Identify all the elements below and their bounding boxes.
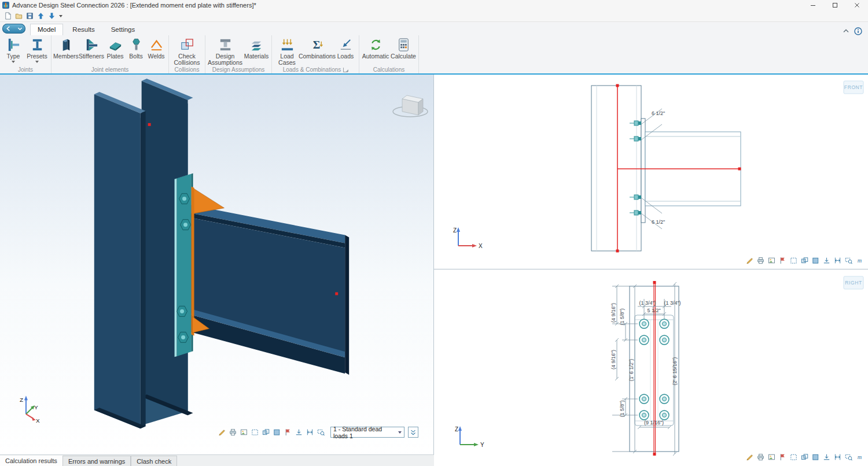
zoom-window-button[interactable] — [844, 452, 854, 462]
type-button[interactable]: Type — [2, 36, 25, 66]
button-label: Welds — [148, 53, 165, 60]
plates-button[interactable]: Plates — [104, 36, 126, 66]
save-button[interactable] — [24, 11, 35, 21]
snapshot-button[interactable] — [767, 256, 777, 265]
front-dim-top: 6 1/2" — [652, 110, 665, 116]
right-dim-left-5: (1 5/8") — [619, 400, 625, 417]
grip-beam[interactable] — [335, 292, 338, 295]
automatic-button[interactable]: Automatic — [361, 36, 390, 66]
expand-panel-button[interactable] — [408, 427, 418, 438]
model-3d-canvas[interactable]: Z Y X — [0, 75, 433, 454]
ribbon-group-label: Calculations — [359, 66, 418, 73]
measure-button[interactable] — [855, 452, 865, 462]
snapshot-icon — [240, 428, 248, 437]
print-button[interactable] — [756, 256, 766, 265]
snapshot-button[interactable] — [239, 427, 249, 437]
new-document-button[interactable] — [2, 11, 13, 21]
open-folder-icon — [14, 12, 23, 20]
tab-calculation-results[interactable]: Calculation results — [0, 456, 62, 466]
button-label: Load Cases — [274, 53, 300, 66]
view-shaded-button[interactable] — [811, 256, 821, 265]
print-button[interactable] — [756, 452, 766, 462]
quick-access-dropdown-icon[interactable] — [59, 15, 62, 17]
tab-settings[interactable]: Settings — [104, 24, 142, 35]
viewport-right[interactable]: (1 3/4") (1 3/4") 5 1/2" (4 9/16") (1 5/… — [434, 270, 868, 466]
viewport-3d[interactable]: Z Y X 1 - Standard dead loads 1 — [0, 75, 434, 454]
view-shaded-button[interactable] — [811, 452, 821, 462]
button-label: Stiffeners — [79, 53, 104, 60]
zoom-window-button[interactable] — [844, 256, 854, 265]
collapse-ribbon-icon[interactable] — [843, 28, 849, 35]
check-collisions-button[interactable]: Check Collisions — [171, 36, 203, 66]
edit-button[interactable] — [745, 452, 755, 462]
loads-combinations-dialog-launcher-icon[interactable] — [343, 68, 348, 72]
tab-errors-warnings[interactable]: Errors and warnings — [62, 456, 131, 466]
plates-icon — [108, 37, 123, 53]
tab-results[interactable]: Results — [65, 24, 101, 35]
loads-button[interactable]: Loads — [334, 36, 357, 66]
move-up-button[interactable] — [35, 11, 46, 21]
view-shaded-icon — [273, 428, 281, 437]
align-bottom-button[interactable] — [822, 452, 832, 462]
combinations-button[interactable]: Σ Combinations — [300, 36, 334, 66]
print-button[interactable] — [228, 427, 238, 437]
selection-button[interactable] — [789, 452, 799, 462]
flag-button[interactable] — [778, 256, 788, 265]
snapshot-button[interactable] — [767, 452, 777, 462]
flag-button[interactable] — [283, 427, 293, 437]
right-dim-top-center: 5 1/2" — [647, 308, 660, 313]
bolts-button[interactable]: Bolts — [126, 36, 146, 66]
align-bottom-button[interactable] — [294, 427, 304, 437]
right-dim-top-right: (1 3/4") — [664, 300, 681, 306]
app-menu-button[interactable] — [2, 24, 25, 34]
measure-button[interactable] — [855, 256, 865, 265]
materials-button[interactable]: Materials — [243, 36, 270, 66]
grip-column[interactable] — [148, 123, 151, 126]
minimize-button[interactable] — [802, 0, 824, 10]
zoom-window-button[interactable] — [316, 427, 326, 437]
view-wireframe-button[interactable] — [800, 452, 810, 462]
load-cases-button[interactable]: Load Cases — [274, 36, 300, 66]
edit-button[interactable] — [217, 427, 227, 437]
button-label: Check Collisions — [171, 53, 203, 66]
presets-button[interactable]: Presets — [25, 36, 49, 66]
align-bottom-button[interactable] — [822, 256, 832, 265]
open-button[interactable] — [13, 11, 24, 21]
fit-height-button[interactable] — [833, 256, 843, 265]
info-icon[interactable] — [854, 27, 862, 35]
button-label: Calculate — [391, 53, 416, 60]
fit-height-button[interactable] — [833, 452, 843, 462]
double-chevron-down-icon — [409, 428, 417, 437]
button-label: Loads — [337, 53, 354, 60]
selection-button[interactable] — [789, 256, 799, 265]
move-down-button[interactable] — [46, 11, 57, 21]
design-assumptions-button[interactable]: Design Assumptions — [207, 36, 243, 66]
view-wireframe-button[interactable] — [261, 427, 271, 437]
right-view-canvas[interactable]: (1 3/4") (1 3/4") 5 1/2" (4 9/16") (1 5/… — [434, 270, 868, 466]
stiffeners-button[interactable]: Stiffeners — [79, 36, 104, 66]
members-button[interactable]: Members — [53, 36, 79, 66]
load-case-selector[interactable]: 1 - Standard dead loads 1 — [330, 427, 404, 438]
beam-3d[interactable] — [192, 205, 350, 375]
view-cube[interactable] — [393, 95, 428, 117]
view-wireframe-button[interactable] — [800, 256, 810, 265]
viewport-3d-toolbar: 1 - Standard dead loads 1 — [217, 427, 418, 438]
edit-button[interactable] — [745, 256, 755, 265]
minimize-icon — [810, 2, 816, 8]
welds-button[interactable]: Welds — [146, 36, 167, 66]
selection-button[interactable] — [250, 427, 260, 437]
ribbon-group-label: Joint elements — [52, 66, 168, 73]
front-view-canvas[interactable]: 6 1/2" 6 1/2" FRONT Z X — [434, 75, 868, 269]
ribbon-group-collisions: Check Collisions Collisions — [169, 35, 205, 73]
close-button[interactable] — [846, 0, 868, 10]
tab-clash-check[interactable]: Clash check — [131, 456, 177, 466]
joint-type-icon — [6, 37, 21, 53]
flag-button[interactable] — [778, 452, 788, 462]
calculate-button[interactable]: Calculate — [390, 36, 417, 66]
zoom-window-icon — [844, 256, 853, 265]
tab-model[interactable]: Model — [30, 24, 63, 35]
view-shaded-button[interactable] — [272, 427, 282, 437]
viewport-front[interactable]: 6 1/2" 6 1/2" FRONT Z X — [434, 75, 868, 269]
maximize-button[interactable] — [824, 0, 846, 10]
fit-height-button[interactable] — [305, 427, 315, 437]
